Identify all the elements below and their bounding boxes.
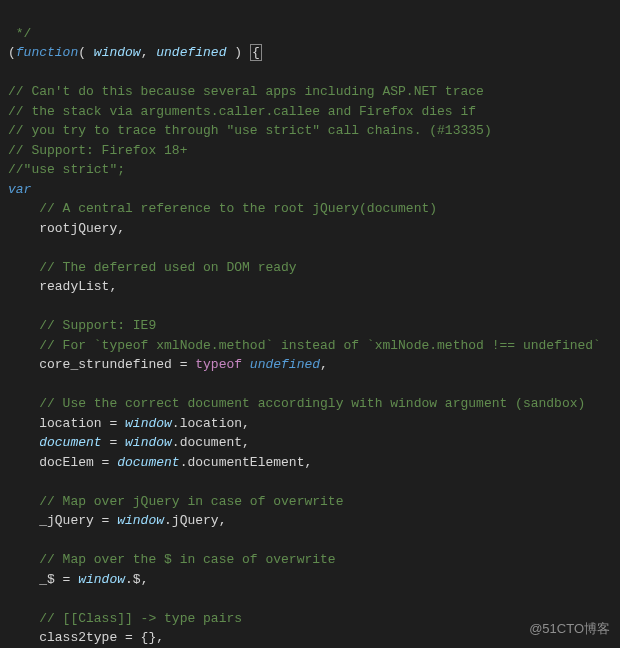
- comment-line: // Map over the $ in case of overwrite: [8, 552, 336, 567]
- comment-line: // For `typeof xmlNode.method` instead o…: [8, 338, 601, 353]
- identifier-document: document: [117, 455, 179, 470]
- property-access: .jQuery,: [164, 513, 226, 528]
- comment-line: // you try to trace through "use strict"…: [8, 123, 492, 138]
- variable-declaration: _jQuery =: [8, 513, 117, 528]
- comment-line: // Support: IE9: [8, 318, 156, 333]
- comment-line: // Use the correct document accordingly …: [8, 396, 585, 411]
- paren-close: ): [226, 45, 249, 60]
- property-access: .document,: [172, 435, 250, 450]
- property-access: .documentElement,: [180, 455, 313, 470]
- comment-line: //"use strict";: [8, 162, 125, 177]
- comma: ,: [320, 357, 328, 372]
- assign-op: =: [102, 435, 125, 450]
- variable-declaration: class2type = {},: [8, 630, 164, 645]
- comment-line: // Can't do this because several apps in…: [8, 84, 484, 99]
- keyword-typeof: typeof: [195, 357, 242, 372]
- comment-line: // the stack via arguments.caller.callee…: [8, 104, 476, 119]
- brace-open-highlight: {: [250, 44, 262, 61]
- identifier-document: document: [39, 435, 101, 450]
- variable-declaration: docElem =: [8, 455, 117, 470]
- code-viewer: */ (function( window, undefined ) { // C…: [8, 4, 612, 648]
- variable-declaration: readyList,: [8, 279, 117, 294]
- keyword-undefined: undefined: [250, 357, 320, 372]
- identifier-window: window: [78, 572, 125, 587]
- identifier-window: window: [125, 416, 172, 431]
- comma: ,: [141, 45, 157, 60]
- property-access: .location,: [172, 416, 250, 431]
- variable-declaration: core_strundefined =: [8, 357, 195, 372]
- variable-declaration: location =: [8, 416, 125, 431]
- watermark-text: @51CTO博客: [529, 619, 610, 639]
- space: [242, 357, 250, 372]
- comment-line: // Support: Firefox 18+: [8, 143, 187, 158]
- property-access: .$,: [125, 572, 148, 587]
- param-window: window: [94, 45, 141, 60]
- comment-line: // Map over jQuery in case of overwrite: [8, 494, 343, 509]
- comment-line: */: [8, 26, 31, 41]
- variable-declaration: rootjQuery,: [8, 221, 125, 236]
- paren-open: (: [78, 45, 94, 60]
- comment-line: // The deferred used on DOM ready: [8, 260, 297, 275]
- keyword-function: function: [16, 45, 78, 60]
- identifier-window: window: [117, 513, 164, 528]
- paren-open: (: [8, 45, 16, 60]
- variable-declaration: _$ =: [8, 572, 78, 587]
- comment-line: // [[Class]] -> type pairs: [8, 611, 242, 626]
- param-undefined: undefined: [156, 45, 226, 60]
- keyword-var: var: [8, 182, 31, 197]
- comment-line: // A central reference to the root jQuer…: [8, 201, 437, 216]
- identifier-window: window: [125, 435, 172, 450]
- indent: [8, 435, 39, 450]
